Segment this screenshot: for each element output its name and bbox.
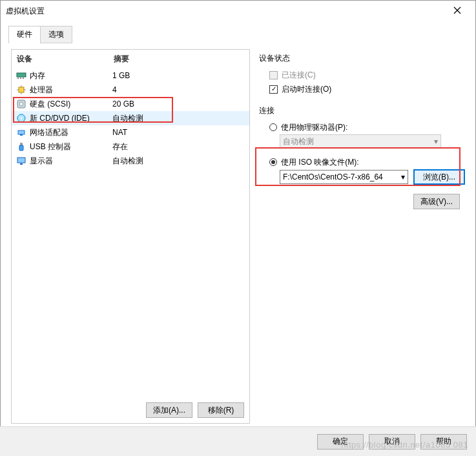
- net-icon: [16, 127, 27, 138]
- iso-row: F:\CentOs\CentOS-7-x86_64 ▾ 浏览(B)...: [280, 169, 465, 185]
- connected-checkbox: [269, 71, 278, 79]
- chevron-down-icon: ▾: [401, 172, 405, 181]
- settings-panel: 设备状态 已连接(C) 启动时连接(O) 连接 使用物理驱动器(P):: [259, 49, 465, 424]
- hardware-summary: NAT: [112, 128, 245, 137]
- memory-icon: [16, 70, 27, 81]
- connected-row: 已连接(C): [269, 68, 465, 82]
- hardware-summary: 自动检测: [112, 113, 245, 124]
- hardware-buttons: 添加(A)... 移除(R): [12, 397, 249, 423]
- advanced-button[interactable]: 高级(V)...: [413, 194, 460, 209]
- cpu-icon: [16, 85, 27, 95]
- hardware-row[interactable]: 内存1 GB: [12, 68, 249, 83]
- svg-rect-17: [20, 143, 23, 145]
- hardware-panel: 设备 摘要 内存1 GB处理器4硬盘 (SCSI)20 GB新 CD/DVD (…: [11, 49, 250, 424]
- hardware-summary: 1 GB: [112, 71, 245, 80]
- hardware-name: USB 控制器: [30, 141, 112, 152]
- connect-on-power-label: 启动时连接(O): [282, 84, 331, 95]
- svg-rect-4: [20, 78, 21, 79]
- svg-rect-18: [19, 145, 23, 150]
- cancel-button[interactable]: 取消: [369, 434, 415, 450]
- hardware-row[interactable]: 硬盘 (SCSI)20 GB: [12, 97, 249, 111]
- usb-icon: [16, 141, 27, 152]
- close-button[interactable]: [444, 2, 470, 20]
- content: 硬件 选项 设备 摘要 内存1 GB处理器4硬盘 (SCSI)20 GB新 CD…: [1, 21, 475, 426]
- advanced-row: 高级(V)...: [259, 194, 460, 209]
- connect-on-power-row[interactable]: 启动时连接(O): [269, 82, 465, 96]
- hardware-name: 硬盘 (SCSI): [30, 99, 112, 110]
- hardware-row[interactable]: 新 CD/DVD (IDE)自动检测: [12, 111, 249, 125]
- tabs: 硬件 选项: [8, 26, 468, 43]
- close-icon: [453, 6, 461, 16]
- svg-rect-16: [20, 134, 23, 136]
- use-physical-row[interactable]: 使用物理驱动器(P):: [269, 120, 465, 134]
- use-iso-label: 使用 ISO 映像文件(M):: [281, 157, 359, 168]
- hardware-summary: 自动检测: [112, 156, 245, 167]
- connection-group: 连接 使用物理驱动器(P): 自动检测 ▾ 使用 ISO 映像文件(M):: [259, 105, 465, 185]
- hardware-name: 处理器: [30, 85, 112, 96]
- use-iso-row[interactable]: 使用 ISO 映像文件(M):: [269, 155, 465, 169]
- ok-button[interactable]: 确定: [317, 434, 364, 450]
- disk-icon: [16, 99, 27, 109]
- hardware-row[interactable]: 网络适配器NAT: [12, 125, 249, 140]
- hardware-row[interactable]: USB 控制器存在: [12, 140, 249, 154]
- iso-path-value: F:\CentOs\CentOS-7-x86_64: [283, 172, 401, 181]
- svg-rect-3: [17, 78, 19, 79]
- use-iso-radio[interactable]: [269, 158, 277, 166]
- window-title: 虚拟机设置: [6, 6, 444, 17]
- hardware-summary: 4: [112, 85, 245, 94]
- hardware-header: 设备 摘要: [12, 50, 249, 68]
- browse-button[interactable]: 浏览(B)...: [413, 169, 465, 185]
- hardware-name: 新 CD/DVD (IDE): [30, 113, 112, 124]
- svg-rect-20: [20, 163, 23, 165]
- svg-rect-6: [19, 87, 24, 92]
- help-button[interactable]: 帮助: [420, 434, 467, 450]
- physical-drive-combo: 自动检测 ▾: [280, 134, 441, 149]
- cd-icon: [16, 113, 27, 123]
- tab-options[interactable]: 选项: [40, 26, 72, 43]
- col-device: 设备: [17, 54, 114, 65]
- col-summary: 摘要: [114, 54, 244, 65]
- hardware-row[interactable]: 显示器自动检测: [12, 154, 249, 168]
- titlebar: 虚拟机设置: [1, 1, 475, 21]
- svg-point-12: [19, 102, 23, 106]
- add-button[interactable]: 添加(A)...: [146, 402, 192, 418]
- svg-rect-15: [18, 130, 25, 134]
- dialog-footer: 确定 取消 帮助 https://blog.csdn.net/a1085 081: [0, 426, 476, 456]
- device-status-title: 设备状态: [259, 53, 465, 64]
- iso-path-combo[interactable]: F:\CentOs\CentOS-7-x86_64 ▾: [280, 170, 408, 184]
- hardware-name: 网络适配器: [30, 127, 112, 138]
- remove-button[interactable]: 移除(R): [198, 402, 244, 418]
- physical-drive-value: 自动检测: [283, 136, 314, 147]
- svg-point-14: [21, 118, 23, 119]
- vm-settings-dialog: 虚拟机设置 硬件 选项 设备 摘要 内存1 GB处理器4硬盘 (SCSI)20 …: [0, 0, 476, 456]
- tab-hardware[interactable]: 硬件: [8, 26, 41, 43]
- connected-label: 已连接(C): [282, 70, 316, 81]
- svg-rect-2: [17, 73, 26, 77]
- connection-title: 连接: [259, 105, 465, 116]
- svg-rect-5: [23, 78, 24, 79]
- hardware-summary: 20 GB: [112, 99, 245, 109]
- display-icon: [16, 156, 27, 166]
- hardware-row[interactable]: 处理器4: [12, 83, 249, 97]
- svg-rect-19: [17, 158, 25, 163]
- hardware-summary: 存在: [112, 141, 245, 152]
- chevron-down-icon: ▾: [434, 137, 438, 146]
- use-physical-radio[interactable]: [269, 123, 277, 131]
- hardware-name: 显示器: [30, 156, 112, 167]
- hardware-list[interactable]: 内存1 GB处理器4硬盘 (SCSI)20 GB新 CD/DVD (IDE)自动…: [12, 68, 249, 397]
- device-status-group: 设备状态 已连接(C) 启动时连接(O): [259, 53, 465, 96]
- hardware-name: 内存: [30, 70, 112, 81]
- connect-on-power-checkbox[interactable]: [269, 85, 278, 94]
- tab-body: 设备 摘要 内存1 GB处理器4硬盘 (SCSI)20 GB新 CD/DVD (…: [8, 43, 468, 426]
- use-physical-label: 使用物理驱动器(P):: [281, 122, 347, 133]
